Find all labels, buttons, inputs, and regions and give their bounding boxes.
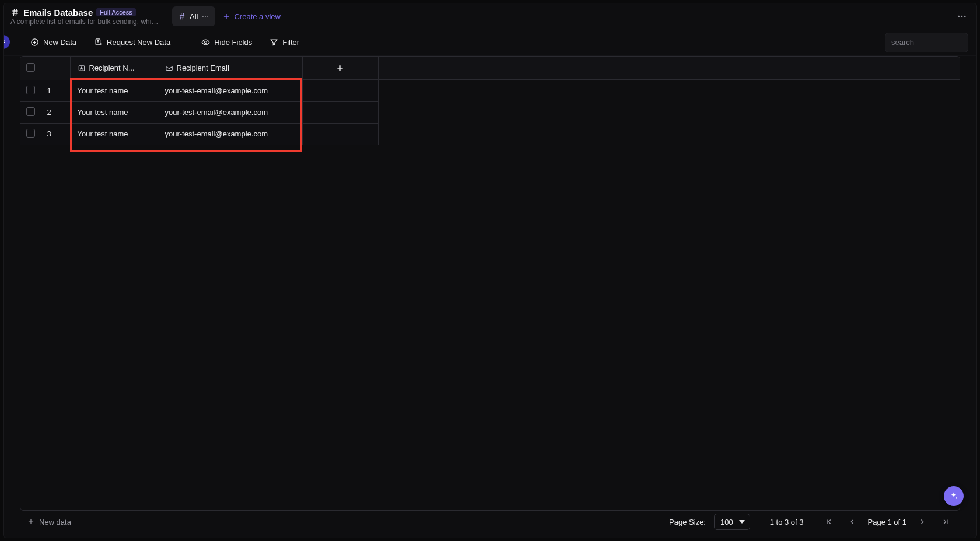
row-checkbox[interactable] — [26, 107, 35, 116]
filter-label: Filter — [282, 38, 299, 47]
footer-new-data-button[interactable]: New data — [27, 518, 71, 526]
topbar: Emails Database Full Access A complete l… — [4, 3, 977, 29]
cell-email[interactable]: your-test-email@example.com — [158, 123, 302, 145]
request-new-data-label: Request New Data — [107, 38, 170, 47]
cell-empty — [302, 123, 379, 145]
cell-empty — [302, 80, 379, 101]
views-tabs: All Create a view — [172, 6, 286, 26]
chevron-down-icon — [739, 519, 745, 525]
column-header-name[interactable]: Recipient N... — [70, 57, 158, 80]
page-range: 1 to 3 of 3 — [770, 518, 804, 526]
assistant-fab[interactable] — [944, 486, 964, 506]
column-header-email-label: Recipient Email — [177, 64, 229, 72]
page-size-value: 100 — [720, 518, 733, 526]
new-data-label: New Data — [43, 38, 76, 47]
pager-first-button[interactable] — [821, 514, 836, 529]
chevron-left-icon — [848, 518, 856, 526]
svg-point-0 — [202, 16, 204, 17]
svg-point-5 — [964, 16, 966, 17]
toolbar: New Data Request New Data Hide Fields Fi… — [4, 29, 977, 56]
form-icon — [94, 38, 103, 47]
data-region: Recipient N... Recipient Email — [20, 56, 960, 511]
svg-point-8 — [205, 41, 207, 44]
cell-email[interactable]: your-test-email@example.com — [158, 80, 302, 101]
toolbar-separator — [186, 36, 186, 49]
filter-icon — [270, 38, 278, 47]
request-new-data-button[interactable]: Request New Data — [89, 35, 175, 50]
plus-icon — [27, 518, 35, 526]
new-data-button[interactable]: New Data — [26, 35, 81, 50]
app-shell: Emails Database Full Access A complete l… — [3, 3, 977, 538]
data-table: Recipient N... Recipient Email — [20, 57, 379, 145]
chevron-right-icon — [918, 518, 926, 526]
select-all-checkbox[interactable] — [26, 63, 35, 72]
table-header-row: Recipient N... Recipient Email — [20, 57, 379, 80]
page-indicator: Page 1 of 1 — [868, 518, 907, 526]
footer-new-data-label: New data — [39, 518, 71, 526]
view-tab-all[interactable]: All — [172, 6, 215, 26]
sidebar-icon — [3, 38, 8, 47]
row-number: 2 — [41, 101, 70, 123]
table-row[interactable]: 1 Your test name your-test-email@example… — [20, 80, 379, 101]
plus-icon — [335, 64, 345, 73]
row-checkbox[interactable] — [26, 86, 35, 94]
row-number: 1 — [41, 80, 70, 101]
sparkle-icon — [949, 491, 958, 501]
hash-icon — [10, 8, 20, 17]
footer: New data Page Size: 100 1 to 3 of 3 Page… — [20, 511, 960, 533]
svg-point-1 — [205, 16, 206, 17]
cell-name[interactable]: Your test name — [70, 123, 158, 145]
cell-empty — [302, 101, 379, 123]
access-badge: Full Access — [96, 8, 136, 16]
column-header-email[interactable]: Recipient Email — [158, 57, 302, 80]
cell-name[interactable]: Your test name — [70, 101, 158, 123]
chevron-first-icon — [825, 518, 833, 526]
row-checkbox[interactable] — [26, 129, 35, 138]
more-icon — [957, 11, 967, 22]
email-field-icon — [165, 64, 173, 72]
text-field-icon — [78, 64, 86, 72]
page-size-select[interactable]: 100 — [714, 514, 750, 530]
plus-icon — [222, 12, 230, 20]
page-size-label: Page Size: — [669, 518, 706, 526]
add-column-button[interactable] — [303, 57, 379, 80]
create-view-button[interactable]: Create a view — [216, 6, 286, 26]
cell-email[interactable]: your-test-email@example.com — [158, 101, 302, 123]
more-icon[interactable] — [201, 12, 209, 20]
page-title: Emails Database — [23, 8, 93, 17]
pager-last-button[interactable] — [938, 514, 953, 529]
select-all-header — [20, 57, 41, 80]
svg-point-3 — [958, 16, 960, 17]
search-input[interactable] — [885, 33, 968, 52]
hide-fields-label: Hide Fields — [214, 38, 252, 47]
create-view-label: Create a view — [234, 12, 280, 21]
table-row[interactable]: 2 Your test name your-test-email@example… — [20, 101, 379, 123]
hash-icon — [178, 12, 186, 20]
svg-point-4 — [961, 16, 963, 17]
pager-prev-button[interactable] — [845, 514, 860, 529]
grid-filler — [379, 57, 960, 80]
view-tab-label: All — [190, 12, 198, 21]
hide-fields-button[interactable]: Hide Fields — [197, 35, 257, 50]
topbar-more-button[interactable] — [953, 8, 971, 25]
filter-button[interactable]: Filter — [265, 35, 304, 50]
table-row[interactable]: 3 Your test name your-test-email@example… — [20, 123, 379, 145]
cell-name[interactable]: Your test name — [70, 80, 158, 101]
svg-point-2 — [208, 16, 209, 17]
row-number: 3 — [41, 123, 70, 145]
pager-next-button[interactable] — [915, 514, 930, 529]
title-block: Emails Database Full Access A complete l… — [10, 8, 165, 26]
page-subtitle: A complete list of emails for bulk sendi… — [10, 17, 160, 26]
chevron-last-icon — [942, 518, 950, 526]
plus-circle-icon — [30, 38, 39, 47]
eye-icon — [201, 38, 210, 47]
column-header-name-label: Recipient N... — [89, 64, 135, 72]
row-number-header — [41, 57, 70, 80]
